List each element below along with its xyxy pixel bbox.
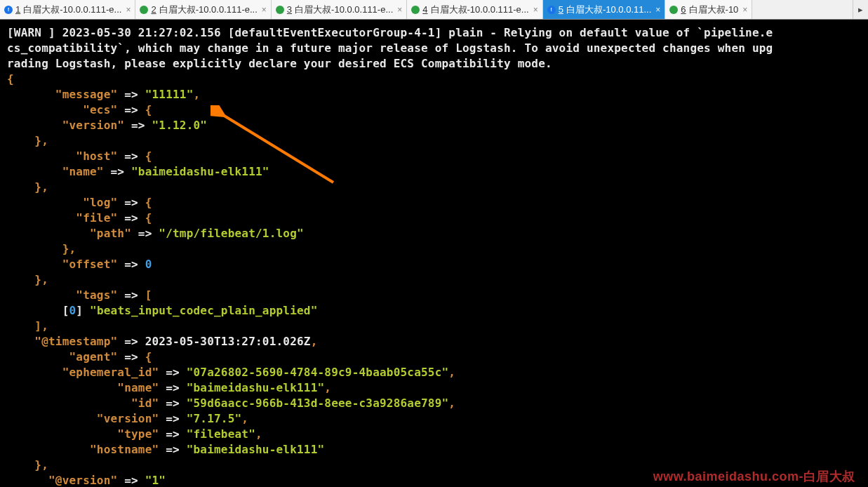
tab-label: 白眉大叔-10.0.0.111-e... — [431, 4, 529, 16]
val-agent-id: "59d6aacc-966b-413d-8eee-c3a9286ae789" — [187, 396, 449, 410]
close-icon[interactable]: × — [655, 5, 660, 15]
key-name: "name" — [62, 165, 104, 178]
key-path: "path" — [90, 227, 131, 240]
key-tags: "tags" — [76, 288, 117, 302]
status-dot-icon: ! — [4, 6, 13, 14]
tab-session[interactable]: 3 白眉大叔-10.0.0.111-e...× — [272, 0, 407, 19]
val-agent-version: "7.17.5" — [187, 412, 242, 425]
close-icon[interactable]: × — [397, 5, 402, 15]
warn-line: rading Logstash, please explicitly decla… — [7, 57, 552, 70]
val-agent-type: "filebeat" — [187, 427, 255, 441]
tab-bar: !1 白眉大叔-10.0.0.111-e...×2 白眉大叔-10.0.0.11… — [0, 0, 868, 20]
key-agent-hostname: "hostname" — [90, 443, 159, 456]
tab-number: 4 — [422, 4, 427, 15]
key-agent-name: "name" — [117, 381, 159, 394]
val-ephemeral-id: "07a26802-5690-4784-89c9-4baab05ca55c" — [187, 366, 449, 379]
status-dot-icon — [140, 6, 148, 14]
key-ephemeral-id: "ephemeral_id" — [62, 366, 159, 379]
close-icon[interactable]: × — [533, 5, 538, 15]
tab-session[interactable]: !1 白眉大叔-10.0.0.111-e...× — [0, 0, 135, 19]
warn-line: [WARN ] 2023-05-30 21:27:02.156 [default… — [7, 26, 773, 39]
tab-session[interactable]: 4 白眉大叔-10.0.0.111-e...× — [407, 0, 542, 19]
close-icon[interactable]: × — [126, 5, 131, 15]
key-at-version: "@version" — [48, 474, 117, 487]
key-ecs: "ecs" — [83, 103, 117, 116]
tab-label: 白眉大叔-10 — [689, 4, 739, 16]
val-version: "1.12.0" — [152, 119, 208, 132]
val-timestamp: 2023-05-30T13:27:01.026Z — [145, 335, 311, 348]
key-agent: "agent" — [69, 350, 118, 363]
tab-label: 白眉大叔-10.0.0.111-e... — [295, 4, 393, 16]
val-agent-hostname: "baimeidashu-elk111" — [187, 443, 325, 456]
val-path: "/tmp/filebeat/1.log" — [159, 227, 304, 240]
status-dot-icon — [669, 6, 678, 14]
key-agent-type: "type" — [117, 427, 159, 441]
key-log: "log" — [83, 196, 117, 209]
key-offset: "offset" — [62, 258, 118, 271]
tab-number: 5 — [559, 4, 563, 15]
status-dot-icon — [411, 6, 420, 14]
val-host-name: "baimeidashu-elk111" — [131, 165, 269, 178]
key-agent-id: "id" — [131, 396, 159, 410]
key-timestamp: "@timestamp" — [34, 335, 117, 348]
close-icon[interactable]: × — [262, 5, 267, 15]
tab-label: 白眉大叔-10.0.0.11... — [566, 4, 651, 16]
status-dot-icon: ! — [547, 6, 556, 14]
tab-label: 白眉大叔-10.0.0.111-e... — [23, 4, 121, 16]
terminal-output[interactable]: [WARN ] 2023-05-30 21:27:02.156 [default… — [0, 20, 868, 487]
tab-number: 6 — [681, 4, 686, 15]
tab-session[interactable]: !5 白眉大叔-10.0.0.11...× — [543, 0, 666, 19]
tab-session[interactable]: 2 白眉大叔-10.0.0.111-e...× — [135, 0, 271, 19]
key-version: "version" — [62, 119, 125, 132]
chevron-right-icon: ▸ — [858, 4, 863, 15]
tab-number: 3 — [287, 4, 292, 15]
val-message: "11111" — [145, 88, 194, 101]
tabs-container: !1 白眉大叔-10.0.0.111-e...×2 白眉大叔-10.0.0.11… — [0, 0, 853, 19]
val-offset: 0 — [145, 258, 152, 271]
log-text: [WARN ] 2023-05-30 21:27:02.156 [default… — [7, 25, 861, 487]
tab-label: 白眉大叔-10.0.0.111-e... — [159, 4, 258, 16]
status-dot-icon — [276, 6, 284, 14]
key-message: "message" — [55, 88, 118, 101]
tab-session[interactable]: 6 白眉大叔-10× — [665, 0, 752, 19]
val-agent-name: "baimeidashu-elk111" — [187, 381, 325, 394]
val-tags-0: "beats_input_codec_plain_applied" — [90, 304, 317, 317]
tab-number: 1 — [15, 4, 20, 15]
key-file: "file" — [76, 211, 117, 225]
val-at-version: "1" — [145, 474, 166, 487]
brace: { — [7, 72, 14, 86]
key-agent-version: "version" — [97, 412, 159, 425]
tab-number: 2 — [151, 4, 156, 15]
key-host: "host" — [76, 149, 117, 163]
tab-scroll-right[interactable]: ▸ — [853, 0, 868, 19]
close-icon[interactable]: × — [742, 5, 747, 15]
warn-line: cs_compatibility`, which may change in a… — [7, 41, 773, 55]
